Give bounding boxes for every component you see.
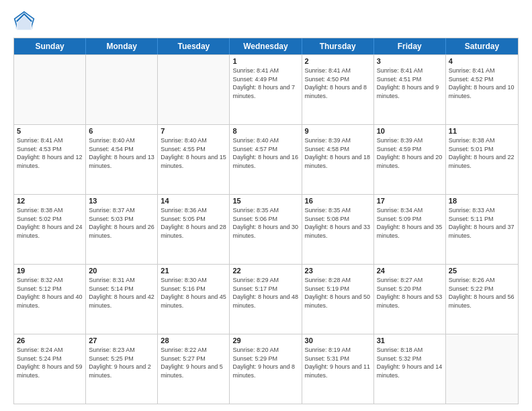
day-number: 28: [161, 336, 226, 345]
day-number: 1: [232, 57, 298, 65]
cal-cell-17: 17Sunrise: 8:34 AMSunset: 5:09 PMDayligh…: [374, 195, 446, 264]
cal-cell-24: 24Sunrise: 8:27 AMSunset: 5:20 PMDayligh…: [374, 265, 446, 334]
header: [13, 11, 519, 32]
day-detail: Sunrise: 8:35 AMSunset: 5:06 PMDaylight:…: [232, 206, 298, 240]
week-row-1: 5Sunrise: 8:41 AMSunset: 4:53 PMDaylight…: [14, 124, 518, 194]
day-number: 7: [161, 127, 226, 135]
cal-cell-22: 22Sunrise: 8:29 AMSunset: 5:17 PMDayligh…: [230, 265, 302, 334]
header-day-thursday: Thursday: [302, 38, 374, 54]
cal-cell-18: 18Sunrise: 8:33 AMSunset: 5:11 PMDayligh…: [446, 195, 518, 264]
cal-cell-5: 5Sunrise: 8:41 AMSunset: 4:53 PMDaylight…: [14, 125, 86, 194]
cal-cell-6: 6Sunrise: 8:40 AMSunset: 4:54 PMDaylight…: [86, 125, 158, 194]
cal-cell-empty-0-2: [158, 55, 230, 124]
cal-cell-14: 14Sunrise: 8:36 AMSunset: 5:05 PMDayligh…: [158, 195, 230, 264]
day-number: 31: [377, 336, 443, 345]
day-number: 4: [449, 57, 515, 65]
header-day-friday: Friday: [374, 38, 446, 54]
cal-cell-27: 27Sunrise: 8:23 AMSunset: 5:25 PMDayligh…: [86, 334, 158, 404]
week-row-2: 12Sunrise: 8:38 AMSunset: 5:02 PMDayligh…: [14, 194, 518, 264]
day-number: 13: [89, 197, 154, 205]
day-detail: Sunrise: 8:38 AMSunset: 5:01 PMDaylight:…: [449, 136, 515, 170]
day-detail: Sunrise: 8:41 AMSunset: 4:50 PMDaylight:…: [305, 66, 371, 100]
cal-cell-20: 20Sunrise: 8:31 AMSunset: 5:14 PMDayligh…: [86, 265, 158, 334]
header-day-monday: Monday: [86, 38, 158, 54]
cal-cell-1: 1Sunrise: 8:41 AMSunset: 4:49 PMDaylight…: [230, 55, 302, 124]
day-detail: Sunrise: 8:30 AMSunset: 5:16 PMDaylight:…: [161, 276, 226, 310]
calendar-body: 1Sunrise: 8:41 AMSunset: 4:49 PMDaylight…: [14, 54, 518, 404]
day-number: 9: [305, 127, 371, 135]
cal-cell-4: 4Sunrise: 8:41 AMSunset: 4:52 PMDaylight…: [446, 55, 518, 124]
day-number: 24: [377, 267, 443, 275]
day-detail: Sunrise: 8:34 AMSunset: 5:09 PMDaylight:…: [377, 206, 443, 240]
day-number: 27: [89, 336, 154, 345]
cal-cell-11: 11Sunrise: 8:38 AMSunset: 5:01 PMDayligh…: [446, 125, 518, 194]
header-day-wednesday: Wednesday: [230, 38, 302, 54]
day-number: 17: [377, 197, 443, 205]
cal-cell-16: 16Sunrise: 8:35 AMSunset: 5:08 PMDayligh…: [302, 195, 374, 264]
cal-cell-23: 23Sunrise: 8:28 AMSunset: 5:19 PMDayligh…: [302, 265, 374, 334]
day-number: 6: [89, 127, 154, 135]
day-detail: Sunrise: 8:29 AMSunset: 5:17 PMDaylight:…: [232, 276, 298, 310]
day-detail: Sunrise: 8:19 AMSunset: 5:31 PMDaylight:…: [305, 346, 371, 379]
day-number: 15: [232, 197, 298, 205]
day-number: 23: [305, 267, 371, 275]
day-number: 2: [305, 57, 371, 65]
cal-cell-empty-4-6: [446, 334, 518, 404]
cal-cell-29: 29Sunrise: 8:20 AMSunset: 5:29 PMDayligh…: [230, 334, 302, 404]
day-detail: Sunrise: 8:39 AMSunset: 4:58 PMDaylight:…: [305, 136, 371, 170]
day-detail: Sunrise: 8:41 AMSunset: 4:52 PMDaylight:…: [449, 66, 515, 100]
day-number: 19: [17, 267, 83, 275]
cal-cell-19: 19Sunrise: 8:32 AMSunset: 5:12 PMDayligh…: [14, 265, 86, 334]
cal-cell-28: 28Sunrise: 8:22 AMSunset: 5:27 PMDayligh…: [158, 334, 230, 404]
day-number: 16: [305, 197, 371, 205]
day-number: 3: [377, 57, 443, 65]
day-detail: Sunrise: 8:18 AMSunset: 5:32 PMDaylight:…: [377, 346, 443, 379]
cal-cell-empty-0-0: [14, 55, 86, 124]
calendar-header: SundayMondayTuesdayWednesdayThursdayFrid…: [14, 38, 518, 54]
day-detail: Sunrise: 8:22 AMSunset: 5:27 PMDaylight:…: [161, 346, 226, 379]
day-detail: Sunrise: 8:31 AMSunset: 5:14 PMDaylight:…: [89, 276, 154, 310]
cal-cell-26: 26Sunrise: 8:24 AMSunset: 5:24 PMDayligh…: [14, 334, 86, 404]
cal-cell-8: 8Sunrise: 8:40 AMSunset: 4:57 PMDaylight…: [230, 125, 302, 194]
day-number: 5: [17, 127, 83, 135]
page: SundayMondayTuesdayWednesdayThursdayFrid…: [0, 0, 532, 411]
day-number: 18: [449, 197, 515, 205]
day-detail: Sunrise: 8:32 AMSunset: 5:12 PMDaylight:…: [17, 276, 83, 310]
day-number: 12: [17, 197, 83, 205]
day-detail: Sunrise: 8:27 AMSunset: 5:20 PMDaylight:…: [377, 276, 443, 310]
day-number: 25: [449, 267, 515, 275]
day-number: 20: [89, 267, 154, 275]
day-number: 26: [17, 336, 83, 345]
cal-cell-2: 2Sunrise: 8:41 AMSunset: 4:50 PMDaylight…: [302, 55, 374, 124]
day-detail: Sunrise: 8:38 AMSunset: 5:02 PMDaylight:…: [17, 206, 83, 240]
day-number: 22: [232, 267, 298, 275]
day-detail: Sunrise: 8:26 AMSunset: 5:22 PMDaylight:…: [449, 276, 515, 310]
day-detail: Sunrise: 8:20 AMSunset: 5:29 PMDaylight:…: [232, 346, 298, 379]
header-day-tuesday: Tuesday: [158, 38, 230, 54]
header-day-sunday: Sunday: [14, 38, 86, 54]
logo: [13, 11, 38, 32]
day-number: 14: [161, 197, 226, 205]
day-detail: Sunrise: 8:41 AMSunset: 4:49 PMDaylight:…: [232, 66, 298, 100]
day-detail: Sunrise: 8:40 AMSunset: 4:57 PMDaylight:…: [232, 136, 298, 170]
day-detail: Sunrise: 8:40 AMSunset: 4:54 PMDaylight:…: [89, 136, 154, 170]
day-number: 29: [232, 336, 298, 345]
calendar: SundayMondayTuesdayWednesdayThursdayFrid…: [13, 38, 519, 404]
day-number: 10: [377, 127, 443, 135]
day-detail: Sunrise: 8:24 AMSunset: 5:24 PMDaylight:…: [17, 346, 83, 379]
cal-cell-3: 3Sunrise: 8:41 AMSunset: 4:51 PMDaylight…: [374, 55, 446, 124]
day-detail: Sunrise: 8:39 AMSunset: 4:59 PMDaylight:…: [377, 136, 443, 170]
cal-cell-12: 12Sunrise: 8:38 AMSunset: 5:02 PMDayligh…: [14, 195, 86, 264]
cal-cell-21: 21Sunrise: 8:30 AMSunset: 5:16 PMDayligh…: [158, 265, 230, 334]
day-detail: Sunrise: 8:41 AMSunset: 4:51 PMDaylight:…: [377, 66, 443, 100]
day-detail: Sunrise: 8:28 AMSunset: 5:19 PMDaylight:…: [305, 276, 371, 310]
cal-cell-7: 7Sunrise: 8:40 AMSunset: 4:55 PMDaylight…: [158, 125, 230, 194]
day-number: 8: [232, 127, 298, 135]
day-detail: Sunrise: 8:36 AMSunset: 5:05 PMDaylight:…: [161, 206, 226, 240]
day-detail: Sunrise: 8:33 AMSunset: 5:11 PMDaylight:…: [449, 206, 515, 240]
day-detail: Sunrise: 8:40 AMSunset: 4:55 PMDaylight:…: [161, 136, 226, 170]
cal-cell-9: 9Sunrise: 8:39 AMSunset: 4:58 PMDaylight…: [302, 125, 374, 194]
cal-cell-15: 15Sunrise: 8:35 AMSunset: 5:06 PMDayligh…: [230, 195, 302, 264]
day-detail: Sunrise: 8:37 AMSunset: 5:03 PMDaylight:…: [89, 206, 154, 240]
cal-cell-10: 10Sunrise: 8:39 AMSunset: 4:59 PMDayligh…: [374, 125, 446, 194]
